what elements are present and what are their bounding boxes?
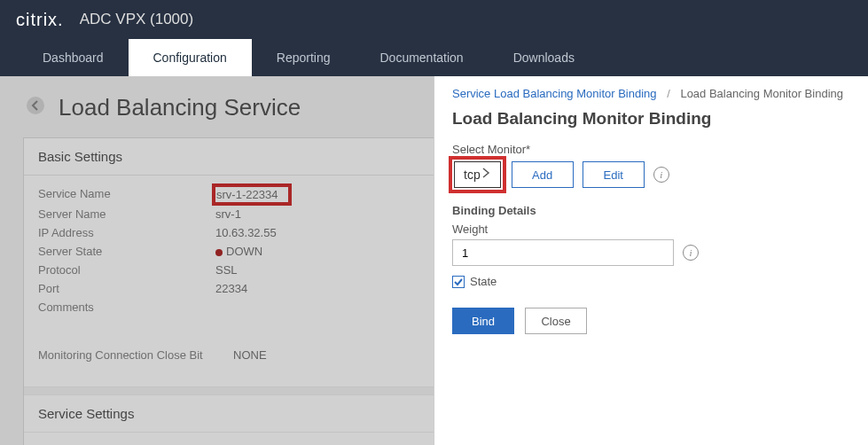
back-button[interactable] [23, 96, 48, 121]
product-name: ADC VPX (1000) [80, 11, 194, 28]
brand-logo: citrix. [16, 10, 62, 30]
breadcrumb: Service Load Balancing Monitor Binding /… [452, 87, 850, 100]
close-button[interactable]: Close [525, 308, 587, 334]
nav-documentation[interactable]: Documentation [355, 39, 488, 76]
state-checkbox-label: State [470, 275, 497, 288]
app-header: citrix. ADC VPX (1000) [0, 0, 868, 39]
weight-label: Weight [452, 222, 850, 236]
bind-button[interactable]: Bind [452, 308, 514, 334]
chevron-right-icon [481, 167, 491, 183]
state-checkbox[interactable] [452, 276, 465, 288]
nav-reporting[interactable]: Reporting [252, 39, 356, 76]
breadcrumb-current: Load Balancing Monitor Binding [680, 87, 843, 100]
nav-dashboard[interactable]: Dashboard [18, 39, 129, 76]
weight-input[interactable] [452, 239, 674, 266]
select-monitor-value: tcp [464, 168, 481, 182]
binding-details-heading: Binding Details [452, 204, 850, 217]
state-checkbox-row[interactable]: State [452, 275, 850, 288]
page-title: Load Balancing Service [59, 94, 301, 121]
service-name-value: srv-1-22334 [215, 187, 288, 202]
primary-nav: Dashboard Configuration Reporting Docume… [0, 39, 868, 76]
server-state-value: DOWN [215, 245, 262, 258]
add-monitor-button[interactable]: Add [512, 161, 574, 188]
sheet-title: Load Balancing Monitor Binding [452, 109, 850, 129]
status-dot-icon [215, 249, 223, 256]
check-icon [453, 277, 464, 287]
breadcrumb-parent[interactable]: Service Load Balancing Monitor Binding [452, 87, 657, 100]
svg-point-0 [27, 97, 44, 114]
select-monitor-label: Select Monitor* [452, 143, 850, 156]
info-icon[interactable]: i [683, 245, 699, 261]
arrow-left-icon [26, 96, 45, 120]
info-icon[interactable]: i [653, 167, 669, 183]
nav-configuration[interactable]: Configuration [129, 39, 252, 76]
monitor-binding-sheet: Service Load Balancing Monitor Binding /… [434, 76, 868, 445]
select-monitor-picker[interactable]: tcp [454, 161, 501, 188]
nav-downloads[interactable]: Downloads [489, 39, 599, 76]
edit-monitor-button[interactable]: Edit [583, 161, 645, 188]
